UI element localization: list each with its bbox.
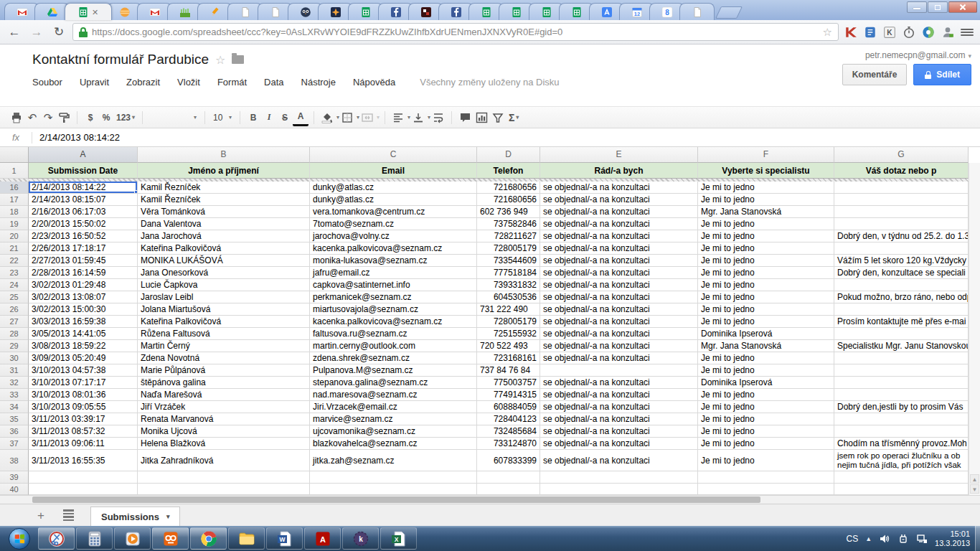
horizontal-align-icon[interactable] — [390, 109, 406, 126]
cell-b17[interactable]: Kamil Řezníček — [138, 194, 310, 206]
cell-a19[interactable]: 2/20/2013 15:50:02 — [29, 218, 138, 230]
header-cell[interactable]: Telefon — [477, 163, 540, 179]
cell-b18[interactable]: Věra Tománková — [138, 206, 310, 218]
tray-expand-icon[interactable]: ▲ — [865, 535, 872, 542]
cell-b24[interactable]: Lucie Čapkova — [138, 279, 310, 291]
row-header-23[interactable]: 23 — [0, 267, 29, 279]
menu-vložit[interactable]: Vložit — [177, 77, 200, 88]
row-header-20[interactable]: 20 — [0, 230, 29, 242]
cell-c30[interactable]: zdena.shrek@seznam.cz — [310, 352, 477, 364]
cell-f32[interactable]: Dominika Ipserová — [698, 377, 834, 389]
cell-e39[interactable] — [540, 471, 698, 484]
header-cell[interactable]: Submission Date — [29, 163, 138, 179]
cell-c35[interactable]: marvice@seznam.cz — [310, 413, 477, 425]
cell-c20[interactable]: jarochova@volny.cz — [310, 230, 477, 242]
cell-g17[interactable] — [834, 194, 969, 206]
cell-e22[interactable]: se objednal/-a na konzultaci — [540, 255, 698, 267]
cell-e23[interactable]: se objednal/-a na konzultaci — [540, 267, 698, 279]
header-cell[interactable]: Jméno a příjmení — [138, 163, 310, 179]
cell-c27[interactable]: kacenka.palkovicova@seznam.cz — [310, 316, 477, 328]
cell-g19[interactable] — [834, 218, 969, 230]
strikethrough-button[interactable]: S — [277, 109, 293, 126]
filter-icon[interactable] — [490, 109, 506, 126]
italic-button[interactable]: I — [261, 109, 277, 126]
row-header-39[interactable]: 39 — [0, 471, 29, 484]
undo-icon[interactable]: ↶ — [24, 109, 40, 126]
cell-c31[interactable]: Pulpanova.M@seznam.cz — [310, 364, 477, 377]
menu-nápověda[interactable]: Nápověda — [353, 77, 395, 88]
cell-a34[interactable]: 3/10/2013 09:05:55 — [29, 401, 138, 413]
cell-d16[interactable]: 721680656 — [477, 182, 540, 194]
select-all-corner[interactable] — [0, 147, 29, 163]
menu-formát[interactable]: Formát — [217, 77, 247, 88]
column-header-e[interactable]: E — [540, 147, 698, 163]
comments-button[interactable]: Komentáře — [842, 64, 908, 85]
cell-b38[interactable]: Jitka Zahradníková — [138, 450, 310, 471]
cell-a33[interactable]: 3/10/2013 08:01:36 — [29, 389, 138, 401]
cell-d25[interactable]: 604530536 — [477, 291, 540, 303]
row-header-29[interactable]: 29 — [0, 340, 29, 352]
start-button[interactable] — [2, 527, 37, 550]
bookmark-star-icon[interactable]: ☆ — [823, 26, 832, 39]
cell-g30[interactable] — [834, 352, 969, 364]
ksquare-extension-icon[interactable]: K — [882, 25, 897, 39]
cell-e37[interactable]: se objednal/-a na konzultaci — [540, 438, 698, 450]
cell-c16[interactable]: dunky@atlas.cz — [310, 182, 477, 194]
cell-b36[interactable]: Monika Ujcová — [138, 425, 310, 438]
row-header-35[interactable]: 35 — [0, 413, 29, 425]
taskbar-adobe-icon[interactable]: A — [304, 527, 341, 550]
cell-a31[interactable]: 3/10/2013 04:57:38 — [29, 364, 138, 377]
restore-button[interactable] — [928, 1, 948, 13]
cell-c23[interactable]: jafru@email.cz — [310, 267, 477, 279]
cell-e27[interactable]: se objednal/-a na konzultaci — [540, 316, 698, 328]
cell-e40[interactable] — [540, 484, 698, 495]
cell-d34[interactable]: 608884059 — [477, 401, 540, 413]
tab-close-icon[interactable]: ✕ — [91, 9, 100, 16]
taskbar-clock[interactable]: 15:01 13.3.2013 — [935, 529, 970, 548]
cell-g40[interactable] — [834, 484, 969, 495]
cell-e19[interactable]: se objednal/-a na konzultaci — [540, 218, 698, 230]
cell-d28[interactable]: 725155932 — [477, 328, 540, 340]
text-color-button[interactable]: A — [293, 109, 308, 126]
cell-b32[interactable]: štěpánova galina — [138, 377, 310, 389]
seoglobe-extension-icon[interactable] — [921, 25, 936, 39]
horizontal-scrollbar[interactable] — [0, 495, 980, 504]
cell-g16[interactable] — [834, 182, 969, 194]
cell-g37[interactable]: Chodím na třísměnný provoz.Moh — [834, 438, 969, 450]
cell-a26[interactable]: 3/02/2013 15:00:30 — [29, 303, 138, 316]
forward-icon[interactable]: → — [28, 24, 45, 41]
cell-a29[interactable]: 3/08/2013 18:59:22 — [29, 340, 138, 352]
cell-c25[interactable]: perkmanicek@seznam.cz — [310, 291, 477, 303]
cell-f38[interactable]: Je mi to jedno — [698, 450, 834, 471]
cell-c28[interactable]: faltusova.ru@seznam.cz — [310, 328, 477, 340]
comment-icon[interactable] — [457, 109, 473, 126]
cell-g25[interactable]: Pokud možno, brzo ráno, nebo odp — [834, 291, 969, 303]
cell-b20[interactable]: Jana Jarochová — [138, 230, 310, 242]
cell-g38[interactable]: jsem rok po operaci žlučníku a ob nejim … — [834, 450, 969, 471]
cell-f30[interactable]: Je mi to jedno — [698, 352, 834, 364]
cell-d22[interactable]: 733544609 — [477, 255, 540, 267]
stopwatch-extension-icon[interactable] — [902, 25, 916, 39]
cell-f21[interactable]: Je mi to jedno — [698, 242, 834, 255]
cell-a16[interactable]: 2/14/2013 08:14:22 — [29, 182, 138, 194]
menu-soubor[interactable]: Soubor — [32, 77, 62, 88]
cell-b31[interactable]: Marie Půlpánová — [138, 364, 310, 377]
sheet-tab-submissions[interactable]: Submissions▾ — [90, 507, 180, 526]
menu-zobrazit[interactable]: Zobrazit — [126, 77, 160, 88]
taskbar-calculator-icon[interactable] — [76, 527, 113, 550]
cell-g18[interactable] — [834, 206, 969, 218]
browser-tab-active[interactable]: ✕ — [65, 3, 112, 20]
cell-f18[interactable]: Mgr. Jana Stanovská — [698, 206, 834, 218]
text-wrap-icon[interactable] — [430, 109, 446, 126]
new-tab-button[interactable] — [715, 6, 743, 19]
cell-a22[interactable]: 2/27/2013 01:59:45 — [29, 255, 138, 267]
taskbar-capture-icon[interactable] — [152, 527, 189, 550]
cell-d20[interactable]: 728211627 — [477, 230, 540, 242]
cell-e18[interactable]: se objednal/-a na konzultaci — [540, 206, 698, 218]
cell-e25[interactable]: se objednal/-a na konzultaci — [540, 291, 698, 303]
insert-chart-icon[interactable] — [473, 109, 490, 126]
taskbar-excel-icon[interactable]: X — [380, 527, 417, 550]
cell-b19[interactable]: Dana Valentova — [138, 218, 310, 230]
cell-d18[interactable]: 602 736 949 — [477, 206, 540, 218]
cell-a21[interactable]: 2/26/2013 17:18:17 — [29, 242, 138, 255]
